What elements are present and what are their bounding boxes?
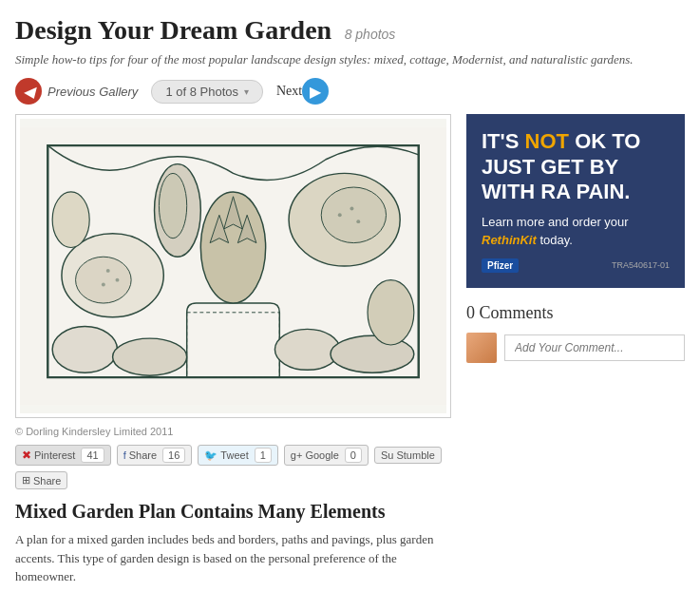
- svg-point-10: [113, 338, 187, 375]
- svg-point-13: [106, 269, 110, 273]
- previous-gallery-link[interactable]: ◀ Previous Gallery: [15, 78, 138, 105]
- caption-title: Mixed Garden Plan Contains Many Elements: [15, 501, 451, 523]
- gallery-navigation: ◀ Previous Gallery 1 of 8 Photos ▾ Next …: [15, 78, 685, 105]
- caption-text: A plan for a mixed garden includes beds …: [15, 530, 451, 586]
- share-icon: ⊞: [22, 474, 30, 487]
- ad-sub-b: today.: [537, 233, 573, 247]
- svg-point-8: [321, 187, 386, 243]
- pfizer-logo: Pfizer: [482, 258, 519, 273]
- next-label: Next: [276, 84, 302, 99]
- next-arrow-icon[interactable]: ▶: [302, 78, 329, 105]
- share-button[interactable]: ⊞ Share: [15, 471, 67, 489]
- sidebar: IT'S NOT OK TO JUST GET BY WITH RA PAIN.…: [466, 114, 685, 592]
- ad-text-a: IT'S: [482, 129, 525, 153]
- avatar-image: [466, 333, 497, 363]
- comments-title: 0 Comments: [466, 303, 685, 323]
- twitter-count: 1: [255, 448, 272, 463]
- twitter-icon: 🐦: [204, 449, 218, 462]
- stumble-button[interactable]: Su Stumble: [374, 447, 442, 464]
- copyright-text: © Dorling Kindersley Limited 2011: [15, 426, 451, 437]
- twitter-button[interactable]: 🐦 Tweet 1: [198, 445, 277, 466]
- main-content-area: © Dorling Kindersley Limited 2011 ✖ Pint…: [15, 114, 451, 592]
- google-label: Google: [305, 449, 338, 461]
- ad-sub-a: Learn more and order your: [482, 215, 629, 229]
- prev-arrow-icon[interactable]: ◀: [15, 78, 42, 105]
- facebook-button[interactable]: f Share 16: [117, 445, 193, 466]
- user-avatar: [466, 333, 497, 363]
- twitter-label: Tweet: [220, 449, 248, 461]
- pinterest-button[interactable]: ✖ Pinterest 41: [15, 445, 111, 466]
- facebook-icon: f: [123, 449, 126, 461]
- google-button[interactable]: g+ Google 0: [284, 445, 369, 466]
- stumble-label: Stumble: [396, 449, 434, 461]
- gallery-image: [20, 119, 446, 413]
- page-subtitle: Simple how-to tips for four of the most …: [15, 51, 685, 68]
- gallery-image-wrapper: [15, 114, 451, 418]
- svg-point-17: [350, 207, 353, 211]
- photo-selector-dropdown[interactable]: 1 of 8 Photos ▾: [151, 80, 263, 104]
- ad-code: TRA540617-01: [612, 260, 670, 270]
- pinterest-label: Pinterest: [34, 449, 75, 461]
- facebook-label: Share: [129, 449, 157, 461]
- comments-section: 0 Comments: [466, 303, 685, 363]
- page-title: Design Your Dream Garden: [15, 15, 331, 45]
- google-icon: g+: [291, 449, 303, 461]
- advertisement[interactable]: IT'S NOT OK TO JUST GET BY WITH RA PAIN.…: [466, 114, 685, 288]
- photo-count: 8 photos: [345, 27, 396, 42]
- svg-point-18: [356, 220, 360, 223]
- social-share-bar: ✖ Pinterest 41 f Share 16 🐦 Tweet 1 g+ G…: [15, 445, 451, 489]
- svg-point-5: [159, 174, 186, 239]
- svg-point-19: [368, 280, 414, 345]
- svg-point-20: [52, 192, 89, 248]
- ad-brand: RethinKit: [482, 233, 537, 247]
- ad-highlight: NOT: [525, 129, 569, 153]
- pinterest-icon: ✖: [22, 449, 31, 462]
- ad-footer: Pfizer TRA540617-01: [482, 258, 670, 273]
- pinterest-count: 41: [81, 448, 104, 463]
- comment-input-row: [466, 333, 685, 363]
- svg-point-11: [274, 330, 339, 371]
- svg-point-16: [338, 214, 342, 218]
- svg-point-3: [76, 257, 132, 303]
- ad-headline: IT'S NOT OK TO JUST GET BY WITH RA PAIN.: [482, 129, 670, 204]
- dropdown-arrow-icon: ▾: [244, 86, 249, 97]
- facebook-count: 16: [162, 448, 185, 463]
- svg-point-15: [102, 283, 105, 287]
- stumble-icon: Su: [381, 449, 393, 461]
- svg-point-14: [116, 278, 120, 282]
- ad-subtext: Learn more and order your RethinKit toda…: [482, 214, 670, 248]
- comment-input[interactable]: [504, 334, 685, 361]
- photo-selector-label: 1 of 8 Photos: [165, 85, 238, 99]
- prev-label: Previous Gallery: [47, 85, 138, 99]
- share-label: Share: [33, 475, 61, 487]
- svg-point-9: [52, 327, 117, 373]
- google-count: 0: [345, 448, 362, 463]
